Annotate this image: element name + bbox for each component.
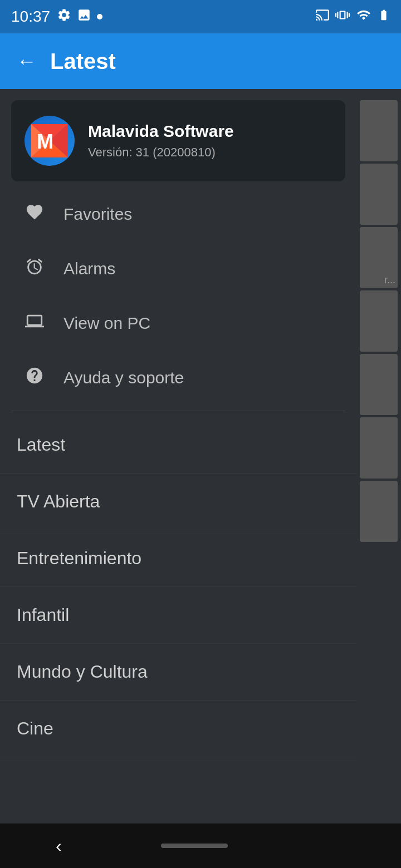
favorites-label: Favorites	[63, 205, 132, 224]
nav-bar: ‹	[0, 823, 401, 868]
sidebar-thumb-3-text: r...	[384, 274, 395, 286]
category-mundo-cultura[interactable]: Mundo y Cultura	[0, 644, 356, 701]
status-icons-left	[57, 8, 102, 26]
notification-dot	[97, 14, 102, 19]
sidebar-thumb-4	[360, 290, 398, 352]
battery-icon	[378, 8, 390, 26]
category-cine[interactable]: Cine	[0, 701, 356, 757]
menu-divider	[11, 411, 345, 411]
category-entretenimiento-label: Entretenimiento	[17, 548, 141, 568]
wifi-icon	[355, 8, 372, 26]
sidebar-thumb-2	[360, 164, 398, 225]
menu-panel: M Malavida Software Versión: 31 (2020081…	[0, 89, 356, 823]
category-infantil-label: Infantil	[17, 605, 69, 625]
view-pc-label: View on PC	[63, 314, 150, 333]
gear-icon	[57, 8, 71, 26]
svg-text:M: M	[37, 130, 53, 153]
app-name: Malavida Software	[88, 122, 234, 141]
category-mundo-cultura-label: Mundo y Cultura	[17, 662, 148, 682]
menu-item-alarms[interactable]: Alarms	[0, 241, 356, 296]
heart-icon	[22, 203, 47, 226]
main-content: M Malavida Software Versión: 31 (2020081…	[0, 89, 401, 823]
app-logo: M	[25, 116, 75, 166]
menu-item-view-pc[interactable]: View on PC	[0, 296, 356, 351]
alarms-label: Alarms	[63, 259, 115, 278]
app-info-card: M Malavida Software Versión: 31 (2020081…	[11, 100, 345, 181]
category-latest[interactable]: Latest	[0, 417, 356, 474]
back-button[interactable]: ←	[17, 50, 37, 73]
category-cine-label: Cine	[17, 718, 53, 738]
nav-back-button[interactable]: ‹	[56, 836, 62, 856]
help-label: Ayuda y soporte	[63, 368, 184, 387]
nav-home-pill[interactable]	[161, 844, 228, 848]
alarm-icon	[22, 257, 47, 280]
vibrate-icon	[335, 8, 350, 26]
sidebar-thumb-5	[360, 354, 398, 415]
category-tv-abierta-label: TV Abierta	[17, 491, 100, 511]
menu-item-favorites[interactable]: Favorites	[0, 187, 356, 241]
status-bar-left: 10:37	[11, 8, 102, 26]
menu-item-help[interactable]: Ayuda y soporte	[0, 351, 356, 405]
app-version: Versión: 31 (20200810)	[88, 145, 234, 160]
app-info-text: Malavida Software Versión: 31 (20200810)	[88, 122, 234, 160]
status-icons-right	[315, 8, 390, 26]
sidebar-thumb-7	[360, 481, 398, 542]
sidebar-thumb-6	[360, 417, 398, 479]
status-time: 10:37	[11, 8, 50, 26]
monitor-icon	[22, 312, 47, 335]
sidebar-thumb-3: r...	[360, 227, 398, 288]
category-tv-abierta[interactable]: TV Abierta	[0, 474, 356, 530]
category-latest-label: Latest	[17, 435, 65, 455]
status-bar: 10:37	[0, 0, 401, 33]
image-icon	[77, 8, 91, 26]
category-infantil[interactable]: Infantil	[0, 587, 356, 644]
right-sidebar: r...	[356, 89, 401, 823]
page-title: Latest	[50, 49, 116, 74]
cast-icon	[315, 8, 330, 26]
category-entretenimiento[interactable]: Entretenimiento	[0, 530, 356, 587]
sidebar-thumb-1	[360, 100, 398, 161]
help-icon	[22, 366, 47, 389]
app-bar: ← Latest	[0, 33, 401, 89]
